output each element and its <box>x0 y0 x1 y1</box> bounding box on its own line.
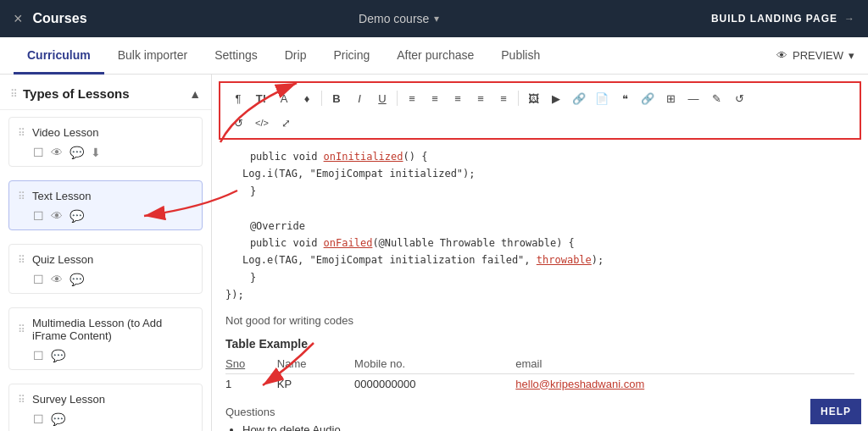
link-button[interactable]: 🔗 <box>568 88 590 108</box>
col-header-sno: Sno <box>225 357 277 374</box>
lesson-card-top: ⠿ Survey Lesson <box>18 393 193 406</box>
eye-icon[interactable]: 👁 <box>51 209 63 223</box>
video-button[interactable]: ▶ <box>545 88 567 108</box>
cell-email[interactable]: hello@kripeshadwani.com <box>515 373 854 394</box>
code-line <box>225 200 854 217</box>
top-navigation: × Courses Demo course ▾ BUILD LANDING PA… <box>0 0 868 37</box>
tab-after-purchase[interactable]: After purchase <box>383 38 487 75</box>
code-block: public void onInitialized() { Log.i(TAG,… <box>225 148 854 304</box>
bullet-list-button[interactable]: ≡ <box>401 88 423 108</box>
eye-icon[interactable]: 👁 <box>51 273 63 286</box>
align-left-button[interactable]: ≡ <box>447 88 469 108</box>
source-button[interactable]: </> <box>251 113 273 133</box>
align-right-button[interactable]: ≡ <box>492 88 515 108</box>
paragraph-button[interactable]: ¶ <box>227 88 249 108</box>
drag-handle-icon: ⠿ <box>18 254 25 266</box>
code-line: Log.e(TAG, "EmojiCompat initialization f… <box>225 251 854 268</box>
main-content: ⠿ Types of Lessons ▲ ⠿ Video Lesson ☐ 👁 … <box>0 75 868 431</box>
preview-button[interactable]: 👁 PREVIEW ▾ <box>776 49 854 62</box>
drag-handle-icon: ⠿ <box>10 88 18 100</box>
course-selector[interactable]: Demo course ▾ <box>359 12 439 25</box>
fullscreen-button[interactable]: ⤢ <box>275 113 297 133</box>
eye-icon[interactable]: 👁 <box>51 146 63 159</box>
lesson-name: Quiz Lesson <box>32 253 93 266</box>
tab-publish[interactable]: Publish <box>487 38 554 75</box>
checkbox-icon[interactable]: ☐ <box>33 209 44 223</box>
questions-list: How to delete Audio How to format codes … <box>225 423 854 431</box>
link2-button[interactable]: 🔗 <box>637 88 659 108</box>
code-line: @Override <box>225 218 854 235</box>
cell-name: KP <box>277 373 354 394</box>
comment-icon[interactable]: 💬 <box>70 146 84 159</box>
lesson-card-multimedia[interactable]: ⠿ Multimedia Lesson (to Add iFrame Conte… <box>8 307 203 370</box>
underline-button[interactable]: U <box>371 88 393 108</box>
bold-button[interactable]: B <box>326 88 348 108</box>
font-color-button[interactable]: A <box>273 88 295 108</box>
sidebar: ⠿ Types of Lessons ▲ ⠿ Video Lesson ☐ 👁 … <box>0 75 212 431</box>
highlight-button[interactable]: ♦ <box>296 88 318 108</box>
chevron-down-icon: ▾ <box>849 49 854 62</box>
tab-settings[interactable]: Settings <box>201 38 271 75</box>
drag-handle-icon: ⠿ <box>18 394 25 406</box>
redo-button[interactable]: ↺ <box>227 113 249 133</box>
lesson-card-quiz[interactable]: ⠿ Quiz Lesson ☐ 👁 💬 <box>8 244 203 294</box>
tab-curriculum[interactable]: Curriculum <box>14 38 104 75</box>
questions-title: Questions <box>225 406 854 418</box>
checkbox-icon[interactable]: ☐ <box>33 146 44 159</box>
help-button[interactable]: HELP <box>810 399 861 424</box>
tab-bar: Curriculum Bulk importer Settings Drip P… <box>0 37 868 75</box>
checkbox-icon[interactable]: ☐ <box>33 412 44 426</box>
ordered-list-button[interactable]: ≡ <box>424 88 446 108</box>
hr-button[interactable]: — <box>682 88 704 108</box>
preview-label: PREVIEW <box>793 49 843 62</box>
comment-icon[interactable]: 💬 <box>70 209 84 223</box>
italic-button[interactable]: I <box>348 88 370 108</box>
file-button[interactable]: 📄 <box>591 88 613 108</box>
col-header-email: email <box>515 357 854 374</box>
lesson-card-text[interactable]: ⠿ Text Lesson ☐ 👁 💬 <box>8 180 203 230</box>
checkbox-icon[interactable]: ☐ <box>33 273 44 286</box>
sidebar-title: Types of Lessons <box>23 86 130 101</box>
code-line: Log.i(TAG, "EmojiCompat initialized"); <box>225 165 854 182</box>
course-name: Demo course <box>359 12 429 25</box>
lesson-card-survey[interactable]: ⠿ Survey Lesson ☐ 💬 <box>8 384 203 431</box>
list-item: How to delete Audio <box>242 423 854 431</box>
toolbar-row2: ↺ </> ⤢ <box>227 113 853 133</box>
col-header-mobile: Mobile no. <box>354 357 515 374</box>
comment-icon[interactable]: 💬 <box>51 412 65 426</box>
drag-handle-icon: ⠿ <box>18 323 25 335</box>
editor-toolbar: ¶ T! A ♦ B I U ≡ ≡ ≡ ≡ ≡ 🖼 ▶ 🔗 📄 ❝ <box>219 81 861 140</box>
col-header-name: Name <box>277 357 354 374</box>
image-button[interactable]: 🖼 <box>522 88 544 108</box>
text-size-button[interactable]: T! <box>250 88 272 108</box>
checkbox-icon[interactable]: ☐ <box>33 349 44 362</box>
separator <box>321 91 322 106</box>
code-line: }); <box>225 286 854 303</box>
download-icon[interactable]: ⬇ <box>91 146 101 159</box>
comment-icon[interactable]: 💬 <box>70 273 84 286</box>
lesson-icons: ☐ 👁 💬 <box>18 273 193 286</box>
editor-content: public void onInitialized() { Log.i(TAG,… <box>212 140 868 431</box>
lesson-name: Text Lesson <box>32 190 91 202</box>
align-center-button[interactable]: ≡ <box>470 88 492 108</box>
lesson-icons: ☐ 👁 💬 <box>18 209 193 223</box>
lesson-card-top: ⠿ Video Lesson <box>18 126 193 139</box>
undo-button[interactable]: ↺ <box>728 88 750 108</box>
sidebar-header: ⠿ Types of Lessons ▲ <box>0 75 211 110</box>
close-icon[interactable]: × <box>14 10 23 28</box>
lesson-icons: ☐ 👁 💬 ⬇ <box>18 146 193 159</box>
lesson-icons: ☐ 💬 <box>18 349 193 362</box>
table-button[interactable]: ⊞ <box>659 88 682 108</box>
lesson-card-video[interactable]: ⠿ Video Lesson ☐ 👁 💬 ⬇ <box>8 117 203 167</box>
collapse-icon[interactable]: ▲ <box>189 87 201 101</box>
cell-sno: 1 <box>225 373 277 394</box>
build-landing-button[interactable]: BUILD LANDING PAGE <box>711 13 837 25</box>
quote-button[interactable]: ❝ <box>614 88 636 108</box>
lesson-card-top: ⠿ Multimedia Lesson (to Add iFrame Conte… <box>18 317 193 342</box>
comment-icon[interactable]: 💬 <box>51 349 65 362</box>
nav-right: BUILD LANDING PAGE → <box>711 13 854 25</box>
tab-pricing[interactable]: Pricing <box>320 38 383 75</box>
tab-drip[interactable]: Drip <box>271 38 320 75</box>
edit-button[interactable]: ✎ <box>705 88 727 108</box>
tab-bulk-importer[interactable]: Bulk importer <box>104 38 201 75</box>
